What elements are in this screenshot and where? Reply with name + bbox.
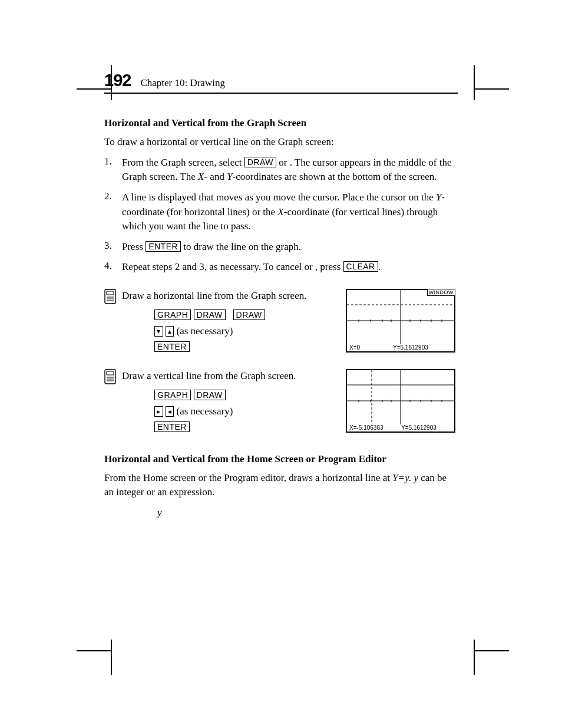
draw-key: DRAW [233, 309, 265, 320]
calculator-icon [104, 369, 117, 387]
var-yeqy: Y=y. y [392, 472, 418, 483]
intro-text: To draw a horizontal or vertical line on… [104, 135, 458, 150]
enter-key: ENTER [154, 421, 190, 432]
step-2: 2. A line is displayed that moves as you… [104, 190, 458, 234]
enter-key: ENTER [154, 341, 190, 352]
right-arrow-key: ▸ [154, 406, 163, 417]
step-3: 3. Press ENTER to draw the line on the g… [104, 240, 458, 255]
step1-mid: or [276, 157, 290, 168]
example2-text: Draw a vertical line from the Graph scre… [122, 369, 341, 384]
left-arrow-key: ◂ [166, 406, 174, 417]
svg-rect-17 [107, 371, 114, 375]
example-vertical: Draw a vertical line from the Graph scre… [104, 369, 458, 435]
graph-key: GRAPH [154, 390, 191, 400]
var-y: y [157, 507, 162, 518]
section-title-graph: Horizontal and Vertical from the Graph S… [104, 117, 458, 129]
enter-key: ENTER [146, 241, 181, 252]
step1-end: -coordinates are shown at the bottom of … [233, 171, 437, 182]
sec2-b: draws a horizontal line at [289, 472, 392, 483]
step4-press: , press [315, 261, 343, 272]
step3-rest: to draw the line on the graph. [181, 241, 301, 252]
step4-a: Repeat steps 2 and 3, as necessary. To c… [122, 261, 304, 272]
var-x: X [198, 171, 204, 182]
calculator-screen-1: WINDOW X=0 [346, 289, 458, 353]
example-horizontal: Draw a horizontal line from the Graph sc… [104, 289, 458, 355]
y-variable-line: y [104, 506, 458, 521]
step2-a: A line is displayed that moves as you mo… [122, 192, 436, 203]
down-arrow-key: ▾ [154, 326, 163, 337]
clear-key: CLEAR [343, 261, 378, 272]
screen2-y: Y=5.1612903 [401, 424, 437, 431]
step-number: 3. [104, 240, 122, 255]
screen1-y: Y=5.1612903 [393, 344, 428, 351]
step-number: 1. [104, 156, 122, 185]
step1-afterx: - and [204, 171, 227, 182]
step-1: 1. From the Graph screen, select DRAW or… [104, 156, 458, 185]
svg-rect-1 [107, 291, 114, 295]
example1-keys: GRAPH DRAW DRAW ▾ ▴ (as necessary) ENTER [154, 307, 341, 355]
sec2-a: From the Home screen or the Program edit… [104, 472, 289, 483]
graph-key: GRAPH [154, 309, 191, 320]
var-y: Y [436, 192, 441, 203]
as-necessary: (as necessary) [174, 406, 233, 417]
draw-key: DRAW [194, 309, 226, 320]
section-title-home: Horizontal and Vertical from the Home Sc… [104, 453, 458, 465]
example2-keys: GRAPH DRAW ▸ ◂ (as necessary) ENTER [154, 387, 341, 436]
step-number: 4. [104, 260, 122, 275]
calculator-screen-2: X=-5.106383 Y=5.1612903 [346, 369, 458, 433]
step4-or: or [304, 261, 315, 272]
step-number: 2. [104, 190, 122, 234]
example1-text: Draw a horizontal line from the Graph sc… [122, 289, 341, 304]
page-number: 192 [104, 71, 131, 90]
var-x: X [277, 206, 283, 218]
var-y: Y [227, 171, 232, 182]
draw-key: DRAW [244, 157, 276, 167]
as-necessary: (as necessary) [174, 325, 233, 337]
chapter-line: Chapter 10: Drawing [140, 77, 225, 89]
calculator-icon [104, 289, 117, 307]
step3-press: Press [122, 241, 146, 252]
section2-body: From the Home screen or the Program edit… [104, 471, 458, 500]
up-arrow-key: ▴ [166, 326, 174, 337]
step4-end: . [378, 261, 381, 272]
step1-pre: From the Graph screen, select [122, 157, 244, 168]
draw-key: DRAW [194, 390, 226, 400]
screen2-x: X=-5.106383 [349, 424, 384, 431]
page-header: 192 Chapter 10: Drawing [104, 71, 458, 94]
step-4: 4. Repeat steps 2 and 3, as necessary. T… [104, 260, 458, 275]
screen1-x: X=0 [349, 344, 360, 351]
